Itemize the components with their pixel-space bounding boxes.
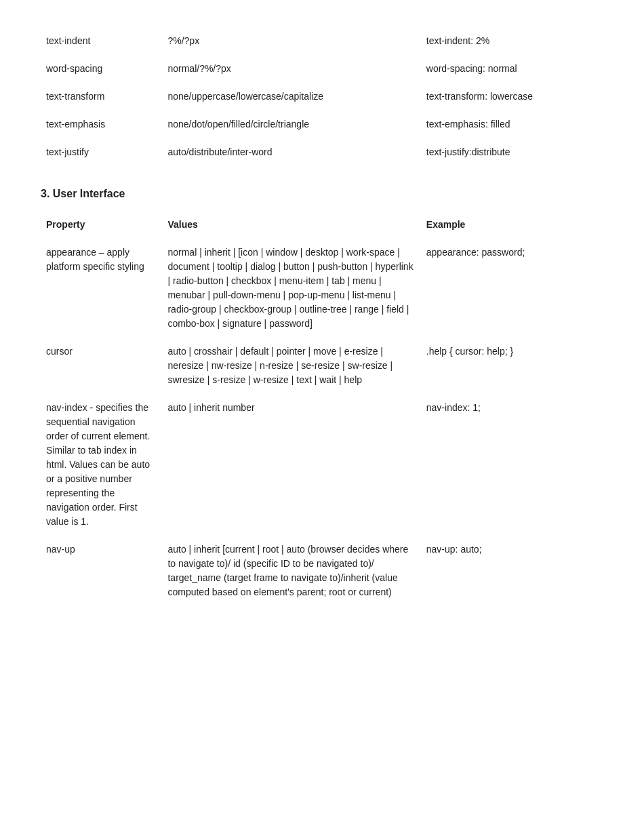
table-row: text-emphasis none/dot/open/filled/circl… [41, 111, 603, 138]
values-cell: auto | inherit [current | root | auto (b… [162, 536, 420, 606]
example-cell: text-emphasis: filled [421, 111, 603, 138]
table-row: cursor auto | crosshair | default | poin… [41, 338, 603, 394]
values-cell: auto/distribute/inter-word [162, 138, 420, 166]
property-cell: cursor [41, 338, 162, 394]
values-cell: none/dot/open/filled/circle/triangle [162, 111, 420, 138]
table-row: nav-up auto | inherit [current | root | … [41, 536, 603, 606]
values-cell: auto | crosshair | default | pointer | m… [162, 338, 420, 394]
property-cell: text-justify [41, 138, 162, 166]
property-cell: word-spacing [41, 55, 162, 83]
values-cell: none/uppercase/lowercase/capitalize [162, 83, 420, 111]
table-row: word-spacing normal/?%/?px word-spacing:… [41, 55, 603, 83]
example-cell: text-transform: lowercase [421, 83, 603, 111]
property-cell: nav-index - specifies the sequential nav… [41, 394, 162, 536]
example-cell: appearance: password; [421, 239, 603, 338]
example-cell: text-justify:distribute [421, 138, 603, 166]
property-cell: text-transform [41, 83, 162, 111]
values-cell: normal/?%/?px [162, 55, 420, 83]
header-example: Example [421, 211, 603, 239]
table-row: text-indent ?%/?px text-indent: 2% [41, 27, 603, 55]
section3-table: Property Values Example appearance – app… [41, 211, 603, 606]
property-cell: text-indent [41, 27, 162, 55]
table-row: text-justify auto/distribute/inter-word … [41, 138, 603, 166]
property-cell: text-emphasis [41, 111, 162, 138]
property-cell: nav-up [41, 536, 162, 606]
section3-heading: 3. User Interface [41, 188, 603, 200]
table-row: appearance – apply platform specific sty… [41, 239, 603, 338]
table-row: text-transform none/uppercase/lowercase/… [41, 83, 603, 111]
top-properties-table: text-indent ?%/?px text-indent: 2% word-… [41, 27, 603, 166]
example-cell: nav-index: 1; [421, 394, 603, 536]
header-values: Values [162, 211, 420, 239]
values-cell: ?%/?px [162, 27, 420, 55]
example-cell: .help { cursor: help; } [421, 338, 603, 394]
values-cell: normal | inherit | [icon | window | desk… [162, 239, 420, 338]
values-cell: auto | inherit number [162, 394, 420, 536]
table-row: nav-index - specifies the sequential nav… [41, 394, 603, 536]
example-cell: word-spacing: normal [421, 55, 603, 83]
header-property: Property [41, 211, 162, 239]
section3-header-row: Property Values Example [41, 211, 603, 239]
example-cell: nav-up: auto; [421, 536, 603, 606]
property-cell: appearance – apply platform specific sty… [41, 239, 162, 338]
example-cell: text-indent: 2% [421, 27, 603, 55]
